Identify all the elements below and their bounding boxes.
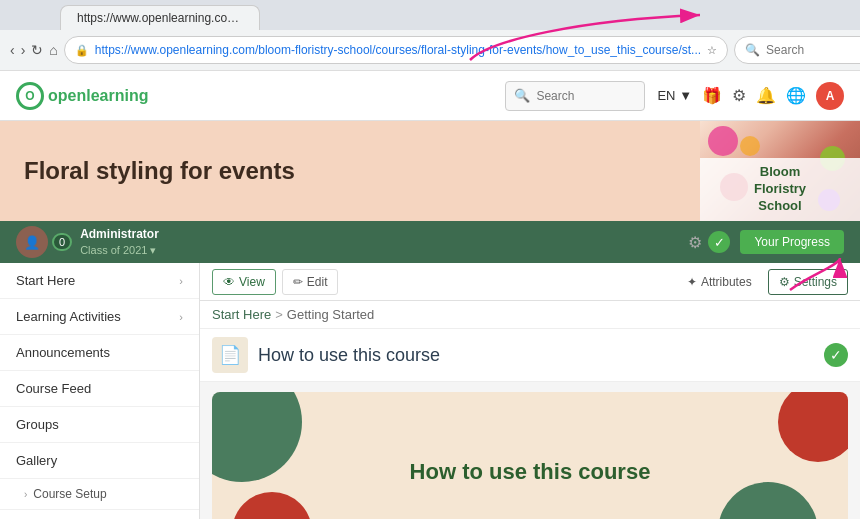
page-header-row: 📄 How to use this course ✓ — [200, 329, 860, 382]
card-title: How to use this course — [350, 459, 711, 485]
course-subheader: 👤 0 Administrator Class of 2021 ▾ ⚙ ✓ Yo… — [0, 221, 860, 263]
sidebar-item-course-feed[interactable]: Course Feed — [0, 371, 199, 407]
browser-chrome: https://www.openlearning.com/bloom-flori… — [0, 0, 860, 71]
school-name-overlay: BloomFloristrySchool — [700, 158, 860, 221]
subheader-right: ⚙ ✓ Your Progress — [688, 230, 844, 254]
user-avatar[interactable]: A — [816, 82, 844, 110]
gear-check-icons: ⚙ ✓ — [688, 231, 730, 253]
card-circle-br — [718, 482, 818, 519]
settings-icon: ⚙ — [779, 275, 790, 289]
sidebar-item-start-here[interactable]: Start Here › — [0, 263, 199, 299]
course-hero-text: Floral styling for events — [0, 121, 700, 221]
page-icon: 📄 — [212, 337, 248, 373]
flower-circle-1 — [708, 126, 738, 156]
subheader-avatar: 👤 — [16, 226, 48, 258]
chevron-course-setup: › — [24, 489, 27, 500]
attributes-button[interactable]: ✦ Attributes — [677, 270, 762, 294]
sidebar: Start Here › Learning Activities › Annou… — [0, 263, 200, 519]
course-hero: Floral styling for events BloomFloristry… — [0, 121, 860, 221]
pencil-icon: ✏ — [293, 275, 303, 289]
card-circle-tr — [778, 392, 848, 462]
sidebar-item-gallery[interactable]: Gallery — [0, 443, 199, 479]
breadcrumb-start-here[interactable]: Start Here — [212, 307, 271, 322]
course-card-preview: How to use this course — [212, 392, 848, 519]
page-complete-check: ✓ — [824, 343, 848, 367]
content-toolbar: 👁 View ✏ Edit ✦ Attributes ⚙ Settings — [200, 263, 860, 301]
dropdown-arrow: ▾ — [150, 244, 156, 256]
breadcrumb: Start Here > Getting Started — [200, 301, 860, 329]
subheader-check-icon[interactable]: ✓ — [708, 231, 730, 253]
subheader-gear-icon[interactable]: ⚙ — [688, 233, 702, 252]
globe-icon[interactable]: 🌐 — [786, 86, 806, 105]
gear-icon[interactable]: ⚙ — [732, 86, 746, 105]
lang-selector[interactable]: EN ▼ — [657, 88, 692, 103]
school-name: BloomFloristrySchool — [708, 164, 852, 215]
o-logo-icon: O — [16, 82, 44, 110]
header-search[interactable]: 🔍 — [505, 81, 645, 111]
card-circle-bl — [232, 492, 312, 519]
admin-name: Administrator — [80, 226, 159, 243]
ol-logo[interactable]: O openlearning — [16, 82, 148, 110]
lock-icon: 🔒 — [75, 44, 89, 57]
reload-button[interactable]: ↻ — [31, 37, 43, 63]
gift-icon[interactable]: 🎁 — [702, 86, 722, 105]
chevron-icon-start-here: › — [179, 275, 183, 287]
address-bar[interactable]: 🔒 https://www.openlearning.com/bloom-flo… — [64, 36, 728, 64]
course-title: Floral styling for events — [24, 157, 295, 185]
class-label[interactable]: Class of 2021 ▾ — [80, 243, 159, 258]
flower-circle-2 — [740, 136, 760, 156]
breadcrumb-getting-started: Getting Started — [287, 307, 374, 322]
bell-icon[interactable]: 🔔 — [756, 86, 776, 105]
browser-toolbar: ‹ › ↻ ⌂ 🔒 https://www.openlearning.com/b… — [0, 30, 860, 70]
home-button[interactable]: ⌂ — [49, 37, 57, 63]
sidebar-subitem-course-setup[interactable]: › Course Setup — [0, 479, 199, 510]
your-progress-button[interactable]: Your Progress — [740, 230, 844, 254]
view-button[interactable]: 👁 View — [212, 269, 276, 295]
content-area: 👁 View ✏ Edit ✦ Attributes ⚙ Settings — [200, 263, 860, 519]
back-button[interactable]: ‹ — [10, 37, 15, 63]
url-text: https://www.openlearning.com/bloom-flori… — [95, 43, 701, 57]
course-hero-image: BloomFloristrySchool — [700, 121, 860, 221]
card-circle-tl — [212, 392, 302, 482]
main-layout: Start Here › Learning Activities › Annou… — [0, 263, 860, 519]
sidebar-item-learning-activities[interactable]: Learning Activities › — [0, 299, 199, 335]
sidebar-item-announcements[interactable]: Announcements — [0, 335, 199, 371]
header-search-input[interactable] — [536, 89, 626, 103]
page-title: How to use this course — [258, 345, 440, 366]
notification-count: 0 — [52, 233, 72, 251]
forward-button[interactable]: › — [21, 37, 26, 63]
browser-tab[interactable]: https://www.openlearning.com/bloom-flori… — [60, 5, 260, 30]
settings-button[interactable]: ⚙ Settings — [768, 269, 848, 295]
breadcrumb-separator: > — [275, 307, 283, 322]
browser-tabs: https://www.openlearning.com/bloom-flori… — [0, 0, 860, 30]
search-input[interactable] — [766, 43, 860, 57]
eye-icon: 👁 — [223, 275, 235, 289]
sidebar-subitem-administer-learners[interactable]: › Administer Learners — [0, 510, 199, 519]
admin-info: Administrator Class of 2021 ▾ — [80, 226, 159, 258]
chevron-icon-learning: › — [179, 311, 183, 323]
logo-text: openlearning — [48, 87, 148, 105]
header-search-icon: 🔍 — [514, 88, 530, 103]
ol-header: O openlearning 🔍 EN ▼ 🎁 ⚙ 🔔 🌐 A — [0, 71, 860, 121]
header-icons: EN ▼ 🎁 ⚙ 🔔 🌐 A — [657, 82, 844, 110]
sidebar-item-groups[interactable]: Groups — [0, 407, 199, 443]
star-icon: ☆ — [707, 44, 717, 57]
edit-button[interactable]: ✏ Edit — [282, 269, 339, 295]
browser-search-box[interactable]: 🔍 — [734, 36, 860, 64]
search-icon: 🔍 — [745, 43, 760, 57]
attributes-icon: ✦ — [687, 275, 697, 289]
